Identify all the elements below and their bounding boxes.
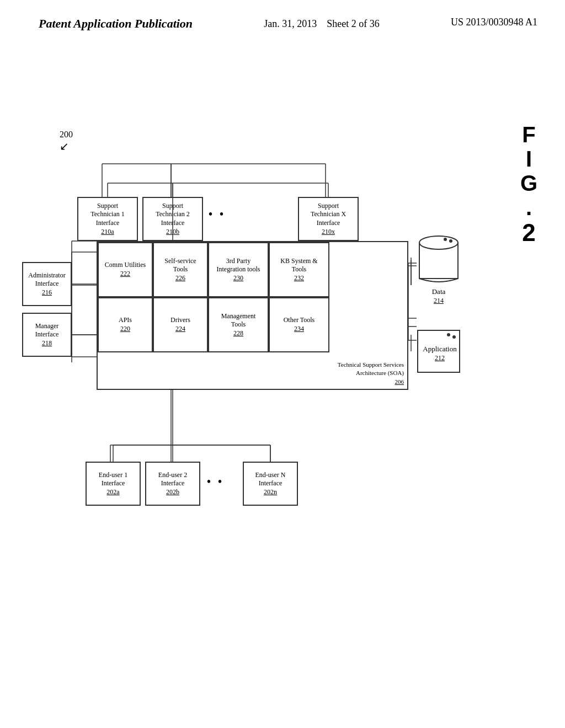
third-party-box: 3rd Party Integration tools 230 <box>208 242 269 297</box>
manager-interface-box: Manager Interface 218 <box>22 313 72 357</box>
publication-number: US 2013/0030948 A1 <box>451 17 537 28</box>
end-user-dots: • • <box>207 475 224 488</box>
tsa-label: Technical Support Services Architecture … <box>338 361 404 386</box>
ref-200: 200 ↙ <box>60 130 73 153</box>
svg-point-23 <box>452 335 456 339</box>
support-tech-1-box: Support Technician 1 Interface 210a <box>77 197 138 241</box>
admin-interface-box: Administrator Interface 216 <box>22 262 72 306</box>
diagram-area: 200 ↙ FIG.2 Support Technician 1 Interfa… <box>0 42 565 704</box>
apis-box: APIs 220 <box>98 297 153 352</box>
svg-point-20 <box>449 239 452 243</box>
svg-point-18 <box>419 236 458 249</box>
application-label: Application 212 <box>417 345 463 362</box>
end-user-n-box: End-user N Interface 202n <box>243 462 298 506</box>
support-tech-x-box: Support Technician X Interface 210x <box>298 197 359 241</box>
data-label: Data 214 <box>417 287 461 305</box>
pub-date: Jan. 31, 2013 <box>264 18 317 29</box>
tsa-outer-box: Technical Support Services Architecture … <box>97 241 408 390</box>
application-container: Application 212 <box>417 329 461 376</box>
fig-label: FIG.2 <box>520 122 537 246</box>
data-cylinder: Data 214 <box>417 233 461 305</box>
management-tools-box: Management Tools 228 <box>208 297 269 352</box>
end-user-2-box: End-user 2 Interface 202b <box>145 462 200 506</box>
comm-utilities-box: Comm Utilities 222 <box>98 242 153 297</box>
publication-title: Patent Application Publication <box>39 17 193 31</box>
support-tech-dots: • • <box>209 208 226 221</box>
kb-system-box: KB System & Tools 232 <box>269 242 329 297</box>
drivers-box: Drivers 224 <box>153 297 208 352</box>
page-header: Patent Application Publication Jan. 31, … <box>0 0 565 31</box>
svg-point-22 <box>447 333 450 336</box>
support-tech-2-box: Support Technician 2 Interface 210b <box>142 197 203 241</box>
end-user-1-box: End-user 1 Interface 202a <box>86 462 141 506</box>
svg-point-19 <box>444 238 447 241</box>
self-service-tools-box: Self-service Tools 226 <box>153 242 208 297</box>
pub-sheet: Sheet 2 of 36 <box>327 18 379 29</box>
publication-info: Jan. 31, 2013 Sheet 2 of 36 <box>264 17 379 31</box>
other-tools-box: Other Tools 234 <box>269 297 329 352</box>
